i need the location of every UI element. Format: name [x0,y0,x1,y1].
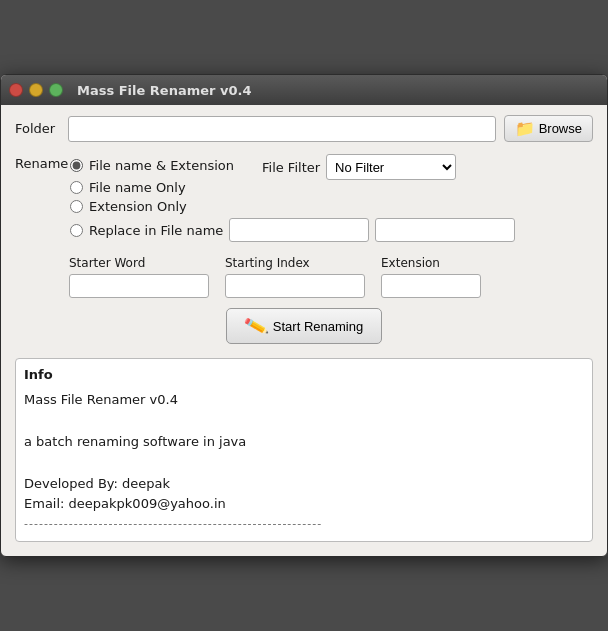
info-divider: ----------------------------------------… [24,515,584,533]
rename-section: Rename File name & Extension File Filter… [15,154,593,246]
close-button[interactable] [9,83,23,97]
file-filter-row: File Filter No Filter *.txt *.jpg *.png … [262,154,456,180]
extension-input[interactable] [381,274,481,298]
info-content: Mass File Renamer v0.4 a batch renaming … [24,390,584,532]
start-renaming-label: Start Renaming [273,319,363,334]
rename-options: File name & Extension File Filter No Fil… [70,154,593,246]
info-box: Info Mass File Renamer v0.4 a batch rena… [15,358,593,541]
extension-label: Extension [381,256,440,270]
starter-word-input[interactable] [69,274,209,298]
radio-row-file-name-ext: File name & Extension [70,158,234,173]
file-filter-select[interactable]: No Filter *.txt *.jpg *.png *.mp3 [326,154,456,180]
maximize-button[interactable] [49,83,63,97]
starting-index-label: Starting Index [225,256,310,270]
info-line-1: Mass File Renamer v0.4 [24,390,584,411]
radio-ext-only[interactable] [70,200,83,213]
folder-icon: 📁 [515,119,535,138]
replace-input-to[interactable] [375,218,515,242]
radio-row-replace: Replace in File name [70,218,593,242]
start-renaming-button[interactable]: ✏️ Start Renaming [226,308,382,344]
replace-input-from[interactable] [229,218,369,242]
extension-group: Extension [381,256,481,298]
info-line-6: Email: deepakpk009@yahoo.in [24,494,584,515]
label-file-name-only: File name Only [89,180,186,195]
file-filter-label: File Filter [262,160,320,175]
rename-top-row: File name & Extension File Filter No Fil… [70,154,593,180]
browse-button[interactable]: 📁 Browse [504,115,593,142]
info-title: Info [24,367,584,382]
radio-replace[interactable] [70,224,83,237]
info-line-5: Developed By: deepak [24,474,584,495]
info-line-3: a batch renaming software in java [24,432,584,453]
radio-file-name-only[interactable] [70,181,83,194]
browse-label: Browse [539,121,582,136]
rename-label: Rename [15,154,70,171]
label-file-name-ext: File name & Extension [89,158,234,173]
content-area: Folder 📁 Browse Rename File name & Exten… [1,105,607,555]
folder-label: Folder [15,121,60,136]
label-ext-only: Extension Only [89,199,187,214]
starter-word-group: Starter Word [69,256,209,298]
start-btn-row: ✏️ Start Renaming [15,308,593,344]
folder-row: Folder 📁 Browse [15,115,593,142]
info-line-4 [24,453,584,474]
titlebar: Mass File Renamer v0.4 [1,75,607,105]
pencil-icon: ✏️ [242,313,269,340]
fields-section: Starter Word Starting Index Extension [69,256,593,298]
radio-file-name-ext[interactable] [70,159,83,172]
radio-row-ext-only: Extension Only [70,199,593,214]
label-replace: Replace in File name [89,223,223,238]
starting-index-input[interactable] [225,274,365,298]
minimize-button[interactable] [29,83,43,97]
replace-inputs [229,218,515,242]
window-title: Mass File Renamer v0.4 [77,83,252,98]
info-line-2 [24,411,584,432]
folder-input[interactable] [68,116,496,142]
starter-word-label: Starter Word [69,256,145,270]
starting-index-group: Starting Index [225,256,365,298]
radio-row-file-name-only: File name Only [70,180,593,195]
main-window: Mass File Renamer v0.4 Folder 📁 Browse R… [0,74,608,556]
